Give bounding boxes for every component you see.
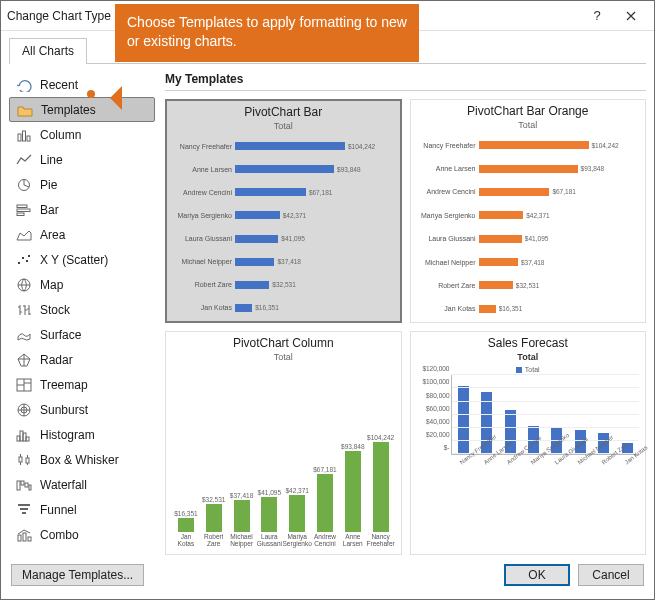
bar-row: Robert Zare$32,531	[421, 280, 636, 291]
column: $37,418MichaelNeipper	[231, 492, 253, 550]
combo-icon	[15, 527, 33, 543]
sidebar-item-map[interactable]: Map	[9, 272, 155, 297]
svg-rect-25	[18, 535, 21, 541]
template-subtitle: Total	[417, 352, 640, 362]
sidebar-item-sunburst[interactable]: Sunburst	[9, 397, 155, 422]
column: $42,371MariyaSergienko	[286, 487, 308, 550]
change-chart-type-dialog: Change Chart Type ? Choose Templates to …	[0, 0, 655, 600]
sidebar-item-combo[interactable]: Combo	[9, 522, 155, 547]
sidebar-item-treemap[interactable]: Treemap	[9, 372, 155, 397]
sidebar-item-label: Bar	[40, 203, 59, 217]
template-title: Sales Forecast	[417, 336, 640, 350]
sidebar-item-label: Box & Whisker	[40, 453, 119, 467]
surface-icon	[15, 327, 33, 343]
svg-rect-22	[21, 481, 24, 485]
svg-rect-2	[27, 136, 30, 141]
stock-icon	[15, 302, 33, 318]
sidebar-item-stock[interactable]: Stock	[9, 297, 155, 322]
sidebar-item-label: Funnel	[40, 503, 77, 517]
sidebar-item-recent[interactable]: Recent	[9, 72, 155, 97]
svg-point-9	[26, 260, 28, 262]
template-pivotchart-bar[interactable]: PivotChart Bar Total Nancy Freehafer$104…	[165, 99, 402, 323]
sidebar-item-label: Sunburst	[40, 403, 88, 417]
sidebar-item-bar[interactable]: Bar	[9, 197, 155, 222]
help-button[interactable]: ?	[580, 5, 614, 27]
map-icon	[15, 277, 33, 293]
sidebar-item-histogram[interactable]: Histogram	[9, 422, 155, 447]
cancel-button[interactable]: Cancel	[578, 564, 644, 586]
manage-templates-button[interactable]: Manage Templates...	[11, 564, 144, 586]
dialog-title: Change Chart Type	[7, 9, 111, 23]
pie-icon	[15, 177, 33, 193]
chart-preview-bar-blue: Nancy Freehafer$104,242Anne Larsen$93,84…	[173, 135, 394, 319]
forecast-xlabels: Nancy FreehaferAnne LarsenAndrew Cencini…	[451, 456, 640, 462]
tab-all-charts[interactable]: All Charts	[9, 38, 87, 64]
sidebar-item-templates[interactable]: Templates	[9, 97, 155, 122]
sidebar-item-radar[interactable]: Radar	[9, 347, 155, 372]
sidebar-item-scatter[interactable]: X Y (Scatter)	[9, 247, 155, 272]
sidebar-item-column[interactable]: Column	[9, 122, 155, 147]
template-sales-forecast[interactable]: Sales Forecast Total Total $-$20,000$40,…	[410, 331, 647, 555]
close-button[interactable]	[614, 5, 648, 27]
templates-grid: PivotChart Bar Total Nancy Freehafer$104…	[165, 99, 646, 555]
ok-button[interactable]: OK	[504, 564, 570, 586]
template-subtitle: Total	[172, 352, 395, 362]
histogram-icon	[15, 427, 33, 443]
column: $93,848AnneLarsen	[342, 443, 364, 550]
sidebar-item-label: Waterfall	[40, 478, 87, 492]
sidebar-item-label: Line	[40, 153, 63, 167]
template-subtitle: Total	[417, 120, 640, 130]
scatter-icon	[15, 252, 33, 268]
close-icon	[626, 11, 636, 21]
column: $67,181AndrewCencini	[314, 466, 336, 550]
template-title: PivotChart Bar	[173, 105, 394, 119]
column: $32,531RobertZare	[203, 496, 225, 550]
template-title: PivotChart Bar Orange	[417, 104, 640, 118]
sidebar-item-area[interactable]: Area	[9, 222, 155, 247]
sidebar-item-surface[interactable]: Surface	[9, 322, 155, 347]
svg-rect-24	[29, 485, 31, 490]
chart-preview-column-green: $16,351JanKotas$32,531RobertZare$37,418M…	[172, 366, 395, 552]
bar-row: Nancy Freehafer$104,242	[421, 140, 636, 151]
bar-row: Anne Larsen$93,848	[177, 164, 390, 175]
sidebar-item-waterfall[interactable]: Waterfall	[9, 472, 155, 497]
column: $104,242NancyFreehafer	[370, 434, 392, 550]
chart-preview-bar-orange: Nancy Freehafer$104,242Anne Larsen$93,84…	[417, 134, 640, 320]
bar-row: Andrew Cencini$67,181	[177, 187, 390, 198]
sidebar-item-label: Radar	[40, 353, 73, 367]
sidebar-item-funnel[interactable]: Funnel	[9, 497, 155, 522]
svg-rect-0	[18, 134, 21, 141]
callout-text: Choose Templates to apply formatting to …	[127, 14, 407, 49]
dialog-footer: Manage Templates... OK Cancel	[1, 555, 654, 599]
svg-rect-26	[23, 533, 26, 541]
radar-icon	[15, 352, 33, 368]
sidebar-item-pie[interactable]: Pie	[9, 172, 155, 197]
bar-icon	[15, 202, 33, 218]
sidebar-item-label: Templates	[41, 103, 96, 117]
template-pivotchart-bar-orange[interactable]: PivotChart Bar Orange Total Nancy Freeha…	[410, 99, 647, 323]
svg-rect-21	[17, 481, 20, 490]
area-icon	[15, 227, 33, 243]
column: $41,095LauraGiussani	[258, 489, 280, 550]
svg-rect-1	[23, 131, 26, 141]
forecast-plot: $-$20,000$40,000$60,000$80,000$100,000$1…	[451, 375, 640, 455]
chart-preview-forecast: Total $-$20,000$40,000$60,000$80,000$100…	[417, 366, 640, 552]
sidebar-item-label: X Y (Scatter)	[40, 253, 108, 267]
sidebar-item-label: Histogram	[40, 428, 95, 442]
template-pivotchart-column[interactable]: PivotChart Column Total $16,351JanKotas$…	[165, 331, 402, 555]
svg-rect-4	[17, 205, 27, 208]
templates-panel: My Templates PivotChart Bar Total Nancy …	[165, 72, 646, 555]
chart-type-sidebar: RecentTemplatesColumnLinePieBarAreaX Y (…	[9, 72, 155, 555]
line-icon	[15, 152, 33, 168]
svg-rect-5	[17, 209, 30, 212]
templates-icon	[16, 102, 34, 118]
bar-row: Mariya Sergienko$42,371	[177, 210, 390, 221]
template-subtitle: Total	[173, 121, 394, 131]
bar-row: Michael Neipper$37,418	[177, 256, 390, 267]
forecast-bar	[458, 386, 469, 455]
sidebar-item-box[interactable]: Box & Whisker	[9, 447, 155, 472]
sidebar-item-line[interactable]: Line	[9, 147, 155, 172]
sidebar-item-label: Area	[40, 228, 65, 242]
waterfall-icon	[15, 477, 33, 493]
sidebar-item-label: Column	[40, 128, 81, 142]
